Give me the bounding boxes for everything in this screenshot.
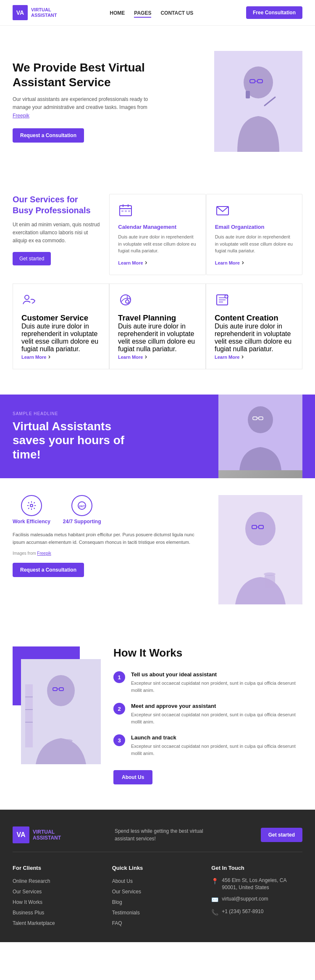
- purple-banner: SAMPLE HEADLINE Virtual Assistants saves…: [0, 395, 315, 479]
- features-left: Work Efficiency 24/7 24/7 Supporting Fac…: [13, 495, 206, 577]
- step-content-2: Meet and approve your assistant Excepteu…: [131, 703, 302, 725]
- learn-more-email[interactable]: Learn More: [215, 260, 240, 265]
- card-title-calendar: Calendar Management: [118, 224, 197, 230]
- service-card-calendar: Calendar Management Duis aute irure dolo…: [109, 194, 205, 275]
- footer-link-blog[interactable]: Blog: [112, 898, 203, 906]
- features-img-credit: Images from Freepik: [13, 550, 206, 557]
- service-card-travel: Travel Planning Duis aute irure dolor in…: [109, 283, 206, 369]
- content-icon: [215, 292, 294, 309]
- learn-more-calendar[interactable]: Learn More: [118, 260, 143, 265]
- hero-text: We Provide Best Virtual Assistant Servic…: [13, 60, 158, 143]
- learn-more-travel[interactable]: Learn More: [118, 355, 143, 360]
- how-step-3: 3 Launch and track Excepteur sint occaec…: [113, 734, 302, 757]
- service-card-customer: Customer Service Duis aute irure dolor i…: [13, 283, 109, 369]
- card-desc-customer: Duis aute irure dolor in reprehenderit i…: [21, 323, 100, 353]
- features-right: [218, 495, 302, 604]
- learn-more-customer[interactable]: Learn More: [21, 355, 46, 360]
- card-desc-content: Duis aute irure dolor in reprehenderit i…: [215, 323, 294, 353]
- footer-get-started-button[interactable]: Get started: [261, 828, 302, 842]
- footer-logo-text: VIRTUAL ASSISTANT: [33, 829, 61, 841]
- services-row1: Our Services for Busy Professionals Ut e…: [13, 194, 302, 275]
- svg-point-16: [121, 295, 131, 305]
- footer-link-how-it-works[interactable]: How It Works: [13, 898, 104, 906]
- travel-icon: [118, 292, 197, 309]
- work-efficiency-label: Work Efficiency: [13, 519, 50, 524]
- footer-col-quicklinks: Quick Links About Us Our Services Blog T…: [112, 865, 203, 930]
- svg-point-15: [25, 295, 29, 299]
- how-content: How It Works 1 Tell us about your ideal …: [113, 646, 302, 784]
- customer-icon: [21, 292, 100, 309]
- footer-col-clients-links: Online Research Our Services How It Work…: [13, 877, 104, 927]
- hero-section: We Provide Best Virtual Assistant Servic…: [0, 26, 315, 169]
- how-section: How It Works 1 Tell us about your ideal …: [0, 621, 315, 810]
- footer-link-faq[interactable]: FAQ: [112, 919, 203, 927]
- svg-rect-11: [121, 210, 123, 212]
- nav-pages[interactable]: PAGES: [134, 9, 151, 16]
- how-image-wrap: [13, 646, 97, 764]
- features-cta-button[interactable]: Request a Consultation: [13, 563, 84, 577]
- features-description: Facilisis malesuada metus habitant proin…: [13, 531, 206, 546]
- footer-link-our-services-2[interactable]: Our Services: [112, 887, 203, 895]
- step-title-2: Meet and approve your assistant: [131, 703, 302, 709]
- footer-link-business-plus[interactable]: Business Plus: [13, 908, 104, 916]
- svg-text:24/7: 24/7: [79, 505, 85, 508]
- services-intro: Our Services for Busy Professionals Ut e…: [13, 194, 109, 275]
- services-cta-button[interactable]: Get started: [13, 252, 51, 265]
- services-section: Our Services for Busy Professionals Ut e…: [0, 169, 315, 395]
- how-step-1: 1 Tell us about your ideal assistant Exc…: [113, 671, 302, 694]
- how-image: [21, 659, 101, 764]
- hero-image-wrap: [158, 51, 302, 152]
- footer-columns: For Clients Online Research Our Services…: [13, 865, 302, 930]
- feature-247-support: 24/7 24/7 Supporting: [63, 495, 101, 524]
- service-card-content: Content Creation Duis aute irure dolor i…: [206, 283, 302, 369]
- svg-point-17: [126, 300, 129, 303]
- footer-col-clients: For Clients Online Research Our Services…: [13, 865, 104, 930]
- card-desc-calendar: Duis aute irure dolor in reprehenderit i…: [118, 233, 197, 254]
- step-desc-1: Excepteur sint occaecat cupidatat non pr…: [131, 680, 302, 694]
- step-number-3: 3: [113, 734, 125, 746]
- hero-title: We Provide Best Virtual Assistant Servic…: [13, 60, 158, 90]
- features-icons-row: Work Efficiency 24/7 24/7 Supporting: [13, 495, 206, 524]
- step-title-3: Launch and track: [131, 734, 302, 741]
- hero-cta-button[interactable]: Request a Consultation: [13, 128, 84, 143]
- card-title-email: Email Organization: [215, 224, 294, 230]
- calendar-icon: [118, 203, 197, 220]
- step-number-1: 1: [113, 671, 125, 683]
- nav-cta-button[interactable]: Free Consultation: [246, 6, 302, 19]
- learn-more-content[interactable]: Learn More: [215, 355, 239, 360]
- footer-col-contact-heading: Get In Touch: [211, 865, 302, 871]
- email-contact-icon: ✉️: [211, 896, 218, 904]
- footer-link-our-services-1[interactable]: Our Services: [13, 887, 104, 895]
- features-section: Work Efficiency 24/7 24/7 Supporting Fac…: [0, 478, 315, 621]
- services-row2: Customer Service Duis aute irure dolor i…: [13, 283, 302, 369]
- svg-rect-50: [63, 741, 72, 753]
- banner-image-wrap: [218, 395, 302, 479]
- about-us-button[interactable]: About Us: [113, 770, 152, 784]
- card-desc-email: Duis aute irure dolor in reprehenderit i…: [215, 233, 294, 254]
- services-intro-text: Ut enim ad minim veniam, quis nostrud ex…: [13, 221, 100, 245]
- footer-link-talent-marketplace[interactable]: Talent Marketplace: [13, 919, 104, 927]
- work-efficiency-icon: [21, 495, 42, 516]
- nav-contact[interactable]: CONTACT US: [160, 9, 193, 16]
- card-title-content: Content Creation: [215, 313, 294, 323]
- step-content-1: Tell us about your ideal assistant Excep…: [131, 671, 302, 694]
- nav-home[interactable]: HOME: [110, 9, 125, 16]
- footer-phone: 📞 +1 (234) 567-8910: [211, 908, 302, 917]
- footer-logo: VA VIRTUAL ASSISTANT: [13, 826, 61, 843]
- card-title-travel: Travel Planning: [118, 313, 197, 323]
- footer-link-online-research[interactable]: Online Research: [13, 877, 104, 885]
- hero-description: Our virtual assistants are experienced p…: [13, 95, 158, 120]
- footer: VA VIRTUAL ASSISTANT Spend less while ge…: [0, 810, 315, 942]
- banner-title: Virtual Assistants saves your hours of t…: [13, 419, 130, 462]
- svg-point-31: [30, 504, 33, 507]
- footer-link-about-us[interactable]: About Us: [112, 877, 203, 885]
- logo-text: VIRTUAL ASSISTANT: [31, 7, 57, 18]
- support-icon: 24/7: [71, 495, 92, 516]
- step-number-2: 2: [113, 703, 125, 715]
- svg-rect-46: [25, 684, 33, 747]
- svg-rect-12: [125, 210, 127, 212]
- footer-link-testimonials[interactable]: Testimonials: [112, 908, 203, 916]
- location-icon: 📍: [211, 877, 218, 886]
- features-image: [218, 495, 302, 604]
- service-card-email: Email Organization Duis aute irure dolor…: [206, 194, 302, 275]
